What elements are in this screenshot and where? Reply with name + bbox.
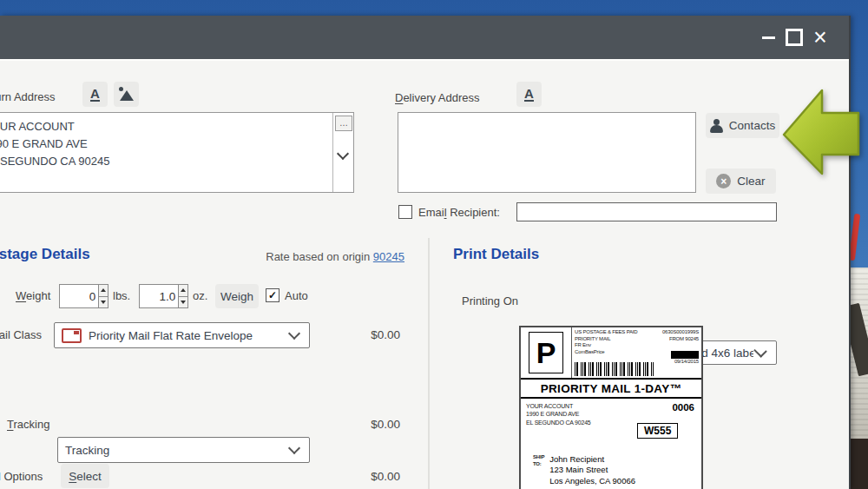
lbs-increment-button[interactable] bbox=[99, 285, 108, 296]
more-addresses-button[interactable]: … bbox=[335, 116, 352, 131]
tracking-label: Tracking bbox=[7, 418, 49, 431]
window-body: Return Address A YOUR ACCOUNT 1990 E GRA… bbox=[0, 59, 849, 489]
printing-on-label: Printing On bbox=[462, 294, 518, 307]
label-routing-code: W555 bbox=[637, 423, 678, 439]
chevron-down-icon bbox=[337, 148, 349, 160]
weight-lbs-stepper bbox=[59, 284, 108, 308]
contacts-button-label: Contacts bbox=[729, 119, 775, 132]
tracking-price: $0.00 bbox=[360, 418, 400, 431]
weigh-button-label: Weigh bbox=[220, 290, 253, 303]
label-zip-block bbox=[671, 351, 699, 359]
maximize-button[interactable] bbox=[781, 24, 807, 50]
delivery-address-label: Delivery Address bbox=[395, 91, 480, 104]
flat-rate-envelope-icon bbox=[62, 328, 82, 343]
rate-origin-text: Rate based on origin 90245 bbox=[208, 250, 404, 263]
print-details-heading: Print Details bbox=[453, 246, 539, 263]
weight-oz-stepper bbox=[139, 284, 188, 308]
minimize-button[interactable] bbox=[755, 24, 781, 50]
email-recipient-input[interactable] bbox=[516, 202, 777, 221]
email-recipient-label: Email Recipient: bbox=[418, 206, 500, 219]
label-ship-to-tag: SHIP TO: bbox=[533, 454, 544, 486]
wallpaper-mailbox bbox=[848, 268, 868, 441]
tracking-dropdown[interactable]: Tracking bbox=[57, 437, 310, 463]
label-meta-id: 0630S0001999S bbox=[662, 329, 699, 336]
postage-details-heading: Postage Details bbox=[0, 246, 90, 263]
clear-button-label: Clear bbox=[737, 175, 765, 188]
auto-label: Auto bbox=[285, 289, 308, 302]
priority-p-mark: P bbox=[529, 332, 563, 373]
label-sequence-number: 0006 bbox=[672, 402, 694, 413]
font-icon: A bbox=[90, 87, 100, 102]
return-textarea-side-strip: … bbox=[332, 113, 353, 192]
return-font-button[interactable]: A bbox=[82, 82, 108, 107]
oz-unit-label: oz. bbox=[193, 289, 207, 302]
intl-options-label: Int'l Options bbox=[0, 470, 43, 483]
green-arrow-annotation bbox=[775, 87, 862, 179]
mail-class-price: $0.00 bbox=[360, 328, 400, 341]
label-service-banner: PRIORITY MAIL 1-DAY™ bbox=[521, 380, 701, 399]
weight-label: Weight bbox=[16, 289, 50, 302]
lbs-decrement-button[interactable] bbox=[99, 296, 108, 308]
oz-decrement-button[interactable] bbox=[179, 296, 187, 308]
label-meta-date: 09/14/2015 bbox=[674, 359, 699, 366]
circle-x-icon: × bbox=[716, 174, 731, 188]
triangle-up-icon bbox=[101, 288, 106, 292]
auto-weight-checkbox[interactable]: ✓ bbox=[266, 288, 279, 302]
return-address-label: Return Address bbox=[0, 90, 56, 103]
email-recipient-checkbox[interactable] bbox=[398, 205, 412, 219]
origin-zip-link[interactable]: 90245 bbox=[373, 250, 404, 263]
chevron-down-icon bbox=[288, 327, 300, 340]
triangle-down-icon bbox=[101, 301, 106, 304]
select-button-label: Select bbox=[69, 470, 102, 483]
weight-lbs-input[interactable] bbox=[60, 285, 98, 307]
chevron-down-icon bbox=[288, 442, 300, 454]
return-image-button[interactable] bbox=[114, 82, 139, 107]
oz-increment-button[interactable] bbox=[179, 285, 187, 296]
label-to-address: John Recipient 123 Main Street Los Angel… bbox=[549, 454, 635, 486]
font-icon: A bbox=[524, 87, 534, 102]
chevron-down-icon bbox=[753, 344, 767, 358]
image-icon bbox=[118, 89, 134, 101]
clear-button[interactable]: × Clear bbox=[706, 169, 776, 194]
triangle-up-icon bbox=[181, 288, 186, 292]
ellipsis-icon: … bbox=[339, 122, 348, 125]
mail-class-label: Mail Class bbox=[0, 328, 42, 341]
tracking-value: Tracking bbox=[65, 444, 109, 457]
person-icon bbox=[710, 119, 723, 133]
intl-select-button[interactable]: Select bbox=[61, 464, 109, 488]
contacts-button[interactable]: Contacts bbox=[706, 113, 779, 138]
scroll-down-button[interactable] bbox=[339, 149, 347, 158]
check-icon: ✓ bbox=[268, 289, 277, 301]
title-bar: × bbox=[0, 16, 849, 59]
lbs-unit-label: lbs. bbox=[113, 289, 130, 302]
delivery-font-button[interactable]: A bbox=[516, 82, 542, 107]
weigh-button[interactable]: Weigh bbox=[215, 284, 259, 308]
label-postage-block: P US POSTAGE & FEES PAID PRIORITY MAIL F… bbox=[521, 327, 701, 380]
label-postage-lines: US POSTAGE & FEES PAID PRIORITY MAIL FR … bbox=[575, 329, 654, 355]
label-meta-from: FROM 90245 bbox=[669, 336, 699, 343]
close-button[interactable]: × bbox=[807, 24, 833, 50]
triangle-down-icon bbox=[181, 301, 186, 304]
intl-options-price: $0.00 bbox=[360, 470, 400, 483]
column-divider bbox=[428, 238, 430, 489]
close-icon: × bbox=[813, 26, 827, 50]
app-window: × Return Address A YOUR ACCOUNT 1990 E G… bbox=[0, 16, 851, 489]
wallpaper-mailbox-post bbox=[848, 439, 868, 489]
label-barcode bbox=[575, 362, 654, 376]
return-address-textarea[interactable]: YOUR ACCOUNT 1990 E GRAND AVE EL SEGUNDO… bbox=[0, 112, 354, 193]
mail-class-value: Priority Mail Flat Rate Envelope bbox=[89, 329, 253, 342]
mail-class-dropdown[interactable]: Priority Mail Flat Rate Envelope bbox=[54, 322, 310, 348]
delivery-address-textarea[interactable] bbox=[398, 112, 696, 193]
maximize-icon bbox=[786, 29, 803, 46]
minimize-icon bbox=[762, 36, 775, 39]
shipping-label-preview: P US POSTAGE & FEES PAID PRIORITY MAIL F… bbox=[519, 326, 703, 489]
return-address-text: YOUR ACCOUNT 1990 E GRAND AVE EL SEGUNDO… bbox=[0, 118, 109, 170]
weight-oz-input[interactable] bbox=[140, 285, 178, 307]
